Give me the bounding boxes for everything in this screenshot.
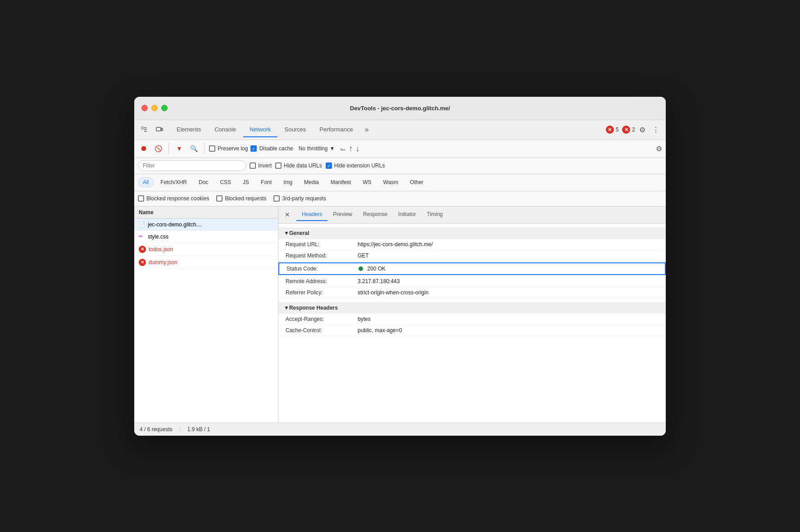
detail-tab-headers[interactable]: Headers bbox=[296, 208, 327, 221]
traffic-lights bbox=[141, 105, 168, 111]
more-tabs-button[interactable]: » bbox=[360, 123, 373, 136]
window-title: DevTools - jec-cors-demo.glitch.me/ bbox=[350, 105, 450, 112]
wifi-icon[interactable]: ⌙ bbox=[340, 144, 346, 153]
error-icon-req3: ✕ bbox=[139, 246, 146, 253]
devtools-tab-bar: Elements Console Network Sources Perform… bbox=[134, 120, 666, 140]
request-list: 📄 jec-cors-demo.glitch.... ✏ style.css ✕… bbox=[134, 219, 278, 423]
request-name-3: todos.json bbox=[149, 246, 173, 252]
preserve-log-checkbox[interactable] bbox=[209, 145, 215, 152]
blocked-requests-checkbox[interactable] bbox=[216, 195, 223, 202]
preserve-log-label[interactable]: Preserve log bbox=[209, 145, 248, 152]
type-filter-ws[interactable]: WS bbox=[358, 177, 376, 187]
type-filter-wasm[interactable]: Wasm bbox=[378, 177, 404, 187]
title-bar: DevTools - jec-cors-demo.glitch.me/ bbox=[134, 97, 666, 120]
svg-rect-2 bbox=[161, 128, 163, 131]
inspect-element-icon[interactable] bbox=[138, 123, 150, 136]
detail-tab-initiator[interactable]: Initiator bbox=[393, 208, 421, 221]
list-header: Name bbox=[134, 207, 278, 219]
detail-tab-response[interactable]: Response bbox=[358, 208, 393, 221]
minimize-button[interactable] bbox=[151, 105, 158, 111]
clear-button[interactable]: 🚫 bbox=[152, 143, 164, 154]
error-badges: ✕ 5 ✕ 2 bbox=[606, 126, 635, 134]
hide-data-urls-checkbox[interactable] bbox=[275, 162, 282, 169]
filter-button[interactable]: ▼ bbox=[173, 143, 185, 154]
tab-elements[interactable]: Elements bbox=[170, 122, 207, 137]
detail-request-method: Request Method: GET bbox=[278, 250, 666, 261]
third-party-label[interactable]: 3rd-party requests bbox=[273, 195, 326, 202]
disable-cache-checkbox[interactable]: ✓ bbox=[250, 145, 257, 152]
request-list-panel: Name 📄 jec-cors-demo.glitch.... ✏ style.… bbox=[134, 207, 278, 423]
request-name-1: jec-cors-demo.glitch.... bbox=[148, 221, 202, 228]
detail-status-code: Status Code: 200 OK bbox=[278, 262, 666, 275]
error-icon-2: ✕ bbox=[622, 126, 630, 134]
tab-sources[interactable]: Sources bbox=[278, 122, 313, 137]
type-filter-manifest[interactable]: Manifest bbox=[326, 177, 356, 187]
type-filter-font[interactable]: Font bbox=[256, 177, 277, 187]
tab-network[interactable]: Network bbox=[243, 122, 277, 137]
close-detail-button[interactable]: ✕ bbox=[282, 209, 293, 220]
blocked-cookies-checkbox[interactable] bbox=[138, 195, 144, 202]
detail-tab-timing[interactable]: Timing bbox=[421, 208, 448, 221]
detail-tab-preview[interactable]: Preview bbox=[327, 208, 358, 221]
type-filter-row: All Fetch/XHR Doc CSS JS Font Img Media … bbox=[134, 174, 666, 191]
device-toolbar-icon[interactable] bbox=[153, 123, 166, 136]
error-badge-1[interactable]: ✕ 5 bbox=[606, 126, 619, 134]
throttle-arrow-icon: ▼ bbox=[329, 145, 335, 152]
transfer-size: 1.9 kB / 1 bbox=[187, 426, 210, 433]
third-party-checkbox[interactable] bbox=[273, 195, 280, 202]
type-filter-doc[interactable]: Doc bbox=[194, 177, 213, 187]
detail-remote-address: Remote Address: 3.217.87.180:443 bbox=[278, 276, 666, 287]
detail-referrer-policy: Referrer Policy: strict-origin-when-cros… bbox=[278, 287, 666, 298]
network-settings-button[interactable]: ⚙ bbox=[656, 144, 662, 153]
filter-input[interactable] bbox=[138, 160, 246, 171]
type-filter-img[interactable]: Img bbox=[278, 177, 297, 187]
detail-content: ▼General Request URL: https://jec-cors-d… bbox=[278, 224, 666, 423]
detail-panel: ✕ Headers Preview Response Initiator Tim… bbox=[278, 207, 666, 423]
svg-rect-1 bbox=[156, 127, 161, 131]
general-section-header[interactable]: ▼General bbox=[278, 227, 666, 239]
type-filter-other[interactable]: Other bbox=[405, 177, 428, 187]
svg-rect-0 bbox=[141, 127, 144, 129]
invert-label[interactable]: Invert bbox=[250, 162, 272, 169]
throttle-select[interactable]: No throttling ▼ bbox=[296, 144, 338, 153]
response-headers-section-header[interactable]: ▼Response Headers bbox=[278, 302, 666, 314]
disable-cache-label[interactable]: ✓ Disable cache bbox=[250, 145, 293, 152]
download-button[interactable]: ↓ bbox=[355, 144, 359, 153]
request-name-2: style.css bbox=[148, 234, 168, 240]
request-item-4[interactable]: ✕ dummy.json bbox=[134, 256, 278, 269]
hide-extension-urls-checkbox[interactable]: ✓ bbox=[326, 162, 332, 169]
record-button[interactable]: ⏺ bbox=[138, 143, 150, 154]
request-item-2[interactable]: ✏ style.css bbox=[134, 231, 278, 243]
detail-tab-bar: ✕ Headers Preview Response Initiator Tim… bbox=[278, 207, 666, 224]
error-count-2: 2 bbox=[632, 126, 635, 133]
bottom-divider bbox=[180, 426, 180, 433]
type-filter-media[interactable]: Media bbox=[299, 177, 324, 187]
filter-row: Invert Hide data URLs ✓ Hide extension U… bbox=[134, 158, 666, 174]
more-options-button[interactable]: ⋮ bbox=[650, 123, 662, 136]
invert-checkbox[interactable] bbox=[250, 162, 256, 169]
tab-performance[interactable]: Performance bbox=[313, 122, 359, 137]
error-icon-req4: ✕ bbox=[139, 259, 146, 266]
content-area: Name 📄 jec-cors-demo.glitch.... ✏ style.… bbox=[134, 207, 666, 423]
search-button[interactable]: 🔍 bbox=[188, 143, 200, 154]
type-filter-js[interactable]: JS bbox=[238, 177, 254, 187]
type-filter-fetch-xhr[interactable]: Fetch/XHR bbox=[155, 177, 192, 187]
hide-extension-urls-label[interactable]: ✓ Hide extension URLs bbox=[326, 162, 385, 169]
type-filter-all[interactable]: All bbox=[138, 177, 154, 187]
request-item-3[interactable]: ✕ todos.json bbox=[134, 243, 278, 256]
error-icon-1: ✕ bbox=[606, 126, 614, 134]
tab-console[interactable]: Console bbox=[208, 122, 242, 137]
toolbar-divider-2 bbox=[204, 143, 205, 154]
upload-button[interactable]: ↑ bbox=[349, 144, 353, 153]
bottom-bar: 4 / 6 requests 1.9 kB / 1 bbox=[134, 423, 666, 436]
request-item-1[interactable]: 📄 jec-cors-demo.glitch.... bbox=[134, 219, 278, 231]
blocked-requests-label[interactable]: Blocked requests bbox=[216, 195, 266, 202]
error-badge-2[interactable]: ✕ 2 bbox=[622, 126, 635, 134]
settings-button[interactable]: ⚙ bbox=[636, 123, 649, 136]
toolbar-divider-1 bbox=[168, 143, 169, 154]
close-button[interactable] bbox=[141, 105, 148, 111]
blocked-cookies-label[interactable]: Blocked response cookies bbox=[138, 195, 209, 202]
type-filter-css[interactable]: CSS bbox=[215, 177, 236, 187]
maximize-button[interactable] bbox=[161, 105, 168, 111]
hide-data-urls-label[interactable]: Hide data URLs bbox=[275, 162, 322, 169]
